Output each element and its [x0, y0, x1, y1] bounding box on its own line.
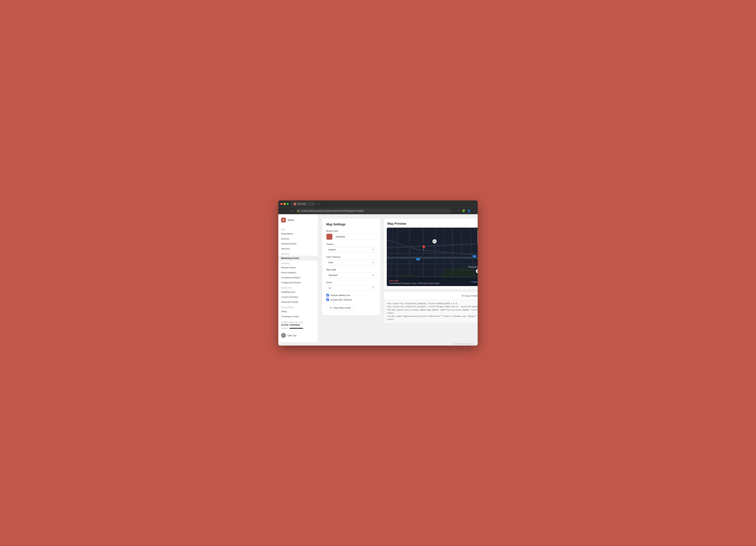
color-input[interactable] [334, 233, 376, 240]
support-bar [289, 328, 303, 329]
map-info-bar: Ours HQ 1220 Blalock Rd Houston, Texas, … [387, 278, 478, 286]
refresh-button[interactable]: ↻ [291, 209, 294, 213]
tracked-count: 22,233 / Unlimited [281, 324, 315, 326]
embed-panel: ⧉ Copy embed code <div class="op_respons… [384, 292, 478, 324]
shield-icon[interactable]: 🛡 [457, 209, 460, 212]
sidebar-item-tracking-event[interactable]: Tracking an event [278, 314, 318, 319]
settings-panel: Map Settings Brand Color Theme Modern Cl… [322, 218, 380, 315]
brand-name: Demo [288, 219, 312, 221]
sidebar: R Demo ⌄ Data Destinations Sources Allow… [278, 214, 318, 342]
maximize-button[interactable] [287, 203, 289, 205]
sidebar-item-recent-events[interactable]: Recent Events [278, 265, 318, 270]
section-label-marketing: Marketing [278, 251, 318, 255]
tab-label: Ours HQ [298, 203, 306, 205]
section-label-reporting: Reporting [278, 260, 318, 265]
zoom-out-button[interactable]: − [477, 234, 478, 239]
browser-tab[interactable]: R Ours HQ × [291, 202, 315, 206]
map-badge-290: 290 [432, 239, 437, 243]
traffic-lights [280, 203, 289, 205]
sidebar-item-destinations[interactable]: Destinations [278, 231, 318, 236]
map-style-select[interactable]: Standard Satellite Terrain [326, 272, 376, 278]
sidebar-item-custom-domains[interactable]: Custom Domains [278, 295, 318, 300]
browser-window: R Ours HQ × + ⌄ ← → ↻ 🔒 localhost:3000/m… [278, 200, 478, 346]
tab-close-button[interactable]: × [312, 203, 313, 205]
sidebar-item-unapproved-events[interactable]: Unapproved Events [278, 280, 318, 285]
embed-line-6: </div> [387, 318, 478, 321]
unapproved-events-label: Unapproved Events [281, 281, 301, 284]
interactive-studio-label: Interactive Studio [281, 301, 298, 303]
map-business-name: Ours HQ [389, 280, 440, 282]
section-label-docs: Documentation [278, 305, 318, 309]
screenshot-credit: Screenshot by Xnapper.com [278, 342, 478, 346]
allowed-events-label: Allowed Events [281, 242, 296, 245]
recent-events-label: Recent Events [281, 266, 296, 269]
sidebar-item-marketing-center[interactable]: Marketing Center [278, 255, 318, 260]
sidebar-item-installing-ours[interactable]: Installing Ours [278, 290, 318, 295]
zoom-label: Zoom [326, 281, 376, 284]
clear-cache-button[interactable]: ↻ Clear Map Cache [326, 305, 354, 311]
tracking-event-label: Tracking an event [281, 315, 299, 318]
right-panel: Map Preview [384, 218, 478, 338]
map-badge-10: 10 [416, 258, 420, 260]
brand-color-group: Brand Color [326, 230, 376, 240]
include-address-label[interactable]: Include address box [330, 294, 350, 297]
back-button[interactable]: ← [280, 209, 284, 213]
settings-panel-title: Map Settings [326, 222, 376, 226]
url-text: localhost:3000/marketing-center/location… [301, 210, 364, 212]
sidebar-item-interactive-studio[interactable]: Interactive Studio [278, 300, 318, 305]
extension-icon[interactable]: 🧩 [462, 209, 465, 212]
new-tab-button[interactable]: + [318, 202, 320, 206]
directions-link[interactable]: ↗ Directions [470, 281, 478, 283]
map-label-houston: Housto [468, 265, 478, 268]
color-scheme-label: Color Scheme [326, 255, 376, 258]
address-bar[interactable]: 🔒 localhost:3000/marketing-center/locati… [296, 208, 451, 213]
sidebar-item-allowed-events[interactable]: Allowed Events [278, 241, 318, 246]
section-label-data: Data [278, 227, 318, 231]
setup-label: Setup [281, 310, 287, 313]
user-row: T Tyler Zey [278, 331, 318, 340]
map-background: 290 10 45 288 Housto 📍 + − ↑ [387, 227, 478, 286]
custom-domains-label: Custom Domains [281, 296, 298, 298]
browser-titlebar: R Ours HQ × + ⌄ [278, 200, 478, 207]
user-avatar: T [281, 333, 286, 338]
zoom-in-button[interactable]: + [477, 229, 478, 234]
sources-label: Sources [281, 237, 289, 240]
sidebar-item-event-analytics[interactable]: Event Analytics [278, 270, 318, 275]
embed-line-3: <iframe class="ours_privacy_embed map-em… [387, 309, 478, 312]
sidebar-item-sources[interactable]: Sources [278, 236, 318, 241]
color-swatch[interactable] [326, 233, 332, 240]
brand-chevron[interactable]: ⌄ [313, 219, 315, 221]
map-controls: + − ↑ [477, 229, 478, 244]
event-analytics-label: Event Analytics [281, 271, 296, 274]
include-address-row: Include address box [326, 294, 376, 297]
tab-end-icon: ⌄ [474, 202, 476, 205]
embed-line-4: </div> [387, 312, 478, 315]
menu-icon[interactable]: ⋮ [473, 209, 476, 212]
map-roads-svg [387, 227, 478, 286]
sidebar-item-setup[interactable]: Setup [278, 309, 318, 314]
include-seo-checkbox[interactable] [326, 298, 329, 301]
zoom-group: Zoom 8 9 10 11 12 [326, 281, 376, 291]
color-scheme-select[interactable]: Dark Light Auto [326, 259, 376, 265]
lock-icon: 🔒 [297, 210, 300, 212]
copy-embed-label: Copy embed code [464, 295, 478, 297]
sidebar-item-compliance-report[interactable]: Compliance Report [278, 275, 318, 280]
compass-button[interactable]: ↑ [477, 239, 478, 244]
brand-icon: R [281, 218, 286, 222]
include-seo-label[interactable]: Include SEO Schema [330, 299, 352, 301]
theme-select[interactable]: Modern Classic Minimal [326, 247, 376, 252]
forward-button[interactable]: → [286, 209, 289, 213]
minimize-button[interactable] [284, 203, 286, 205]
map-preview-panel: Map Preview [384, 218, 478, 289]
support-row: Support: [281, 327, 315, 329]
section-label-install-test: Install & Test [278, 285, 318, 290]
close-button[interactable] [280, 203, 282, 205]
zoom-select[interactable]: 8 9 10 11 12 [326, 285, 376, 291]
avatar-icon[interactable]: 👤 [467, 209, 471, 212]
sidebar-item-versions[interactable]: Versions [278, 246, 318, 251]
include-address-checkbox[interactable] [326, 294, 329, 297]
embed-code-block: <div class="op_responsive_padding" style… [384, 300, 478, 324]
copy-embed-button[interactable]: ⧉ Copy embed code [460, 294, 478, 298]
embed-line-5: <script type="application/ld+json">{"@co… [387, 315, 478, 318]
bookmark-icon[interactable]: ☆ [453, 209, 455, 212]
